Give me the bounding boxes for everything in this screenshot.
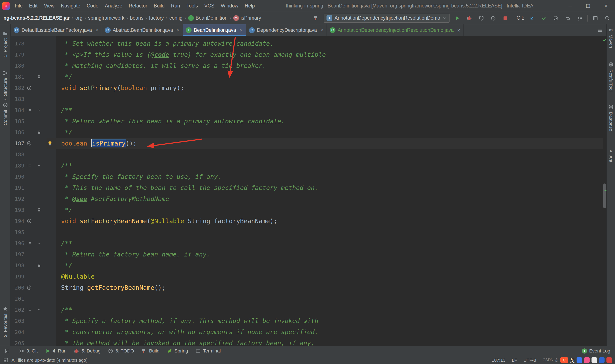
code-line-185[interactable]: 185 * Return whether this bean is a prim… (11, 116, 603, 127)
code-line-194[interactable]: 194void setFactoryBeanName(@Nullable Str… (11, 216, 603, 227)
menu-tools[interactable]: Tools (183, 0, 201, 12)
run-button[interactable] (453, 14, 462, 22)
breadcrumb-ng-beans-5-2-2-release-jar[interactable]: ng-beans-5.2.2.RELEASE.jar (3, 15, 70, 21)
tool-button-ant[interactable]: AAnt (607, 149, 615, 162)
code-line-187[interactable]: 187boolean isPrimary(); (11, 138, 603, 149)
run-config-select[interactable]: AAnnotationDependencyInjectionResolution… (324, 14, 450, 23)
tab-beandefinition-java[interactable]: IBeanDefinition.java× (183, 24, 246, 36)
debug-button[interactable] (465, 14, 474, 22)
toolwindow-button-spring[interactable]: Spring (167, 348, 188, 354)
breadcrumb-beans[interactable]: beans (130, 15, 144, 21)
code-line-205[interactable]: 205 * The method will be invoked on the … (11, 338, 603, 346)
tool-windows-button[interactable] (3, 347, 12, 355)
close-tab-icon[interactable]: × (176, 27, 180, 33)
tool-button-1-project[interactable]: 1: Project (0, 31, 11, 57)
toolwindow-button-build[interactable]: Build (141, 348, 160, 354)
code-line-188[interactable]: 188 (11, 149, 603, 160)
code-line-184[interactable]: 184/** (11, 104, 603, 116)
code-line-178[interactable]: 178 * Set whether this bean is a primary… (11, 38, 603, 49)
code-line-183[interactable]: 183 (11, 93, 603, 104)
breadcrumb-isprimary[interactable]: misPrimary (233, 15, 261, 21)
code-line-196[interactable]: 196/** (11, 238, 603, 249)
tab-defaultlistablebeanfactory-java[interactable]: CDefaultListableBeanFactory.java× (11, 24, 102, 36)
code-line-203[interactable]: 203 * Specify a factory method, if any. … (11, 315, 603, 326)
tool-button-database[interactable]: Database (607, 104, 615, 131)
branches-button[interactable] (575, 14, 584, 22)
stop-button[interactable] (501, 14, 509, 22)
toolwindow-button-event-log[interactable]: 1Event Log (582, 348, 610, 354)
toolwindow-button-terminal[interactable]: Terminal (195, 348, 221, 354)
menu-edit[interactable]: Edit (26, 0, 41, 12)
code-line-192[interactable]: 192 * @see #setFactoryMethodName (11, 193, 603, 204)
menu-run[interactable]: Run (168, 0, 183, 12)
close-tab-icon[interactable]: × (320, 27, 323, 33)
menu-build[interactable]: Build (150, 0, 168, 12)
code-line-200[interactable]: 200String getFactoryBeanName(); (11, 282, 603, 293)
encoding-widget[interactable]: UTF-8 (523, 358, 536, 363)
code-line-181[interactable]: 181 */ (11, 71, 603, 82)
tool-button-maven[interactable]: mMaven (607, 27, 615, 48)
menu-refactor[interactable]: Refactor (126, 0, 150, 12)
history-button[interactable] (552, 14, 560, 22)
update-project-button[interactable] (528, 14, 536, 22)
close-tab-icon[interactable]: × (95, 27, 98, 33)
breadcrumb-beandefinition[interactable]: IBeanDefinition (188, 15, 228, 21)
caret-position-widget[interactable]: 187:13 (492, 358, 505, 363)
toolwindow-button-9-git[interactable]: 9: Git (19, 348, 38, 354)
toolwindow-button-4-run[interactable]: 4: Run (45, 348, 67, 354)
menu-code[interactable]: Code (83, 0, 102, 12)
search-everywhere-button[interactable] (603, 14, 612, 22)
code-line-202[interactable]: 202/** (11, 304, 603, 315)
menu-window[interactable]: Window (218, 0, 241, 12)
code-line-193[interactable]: 193 */ (11, 204, 603, 216)
menu-vcs[interactable]: VCS (201, 0, 218, 12)
code-line-198[interactable]: 198 */ (11, 260, 603, 271)
scrollbar-thumb[interactable] (603, 183, 606, 208)
tab-list-button[interactable] (596, 26, 604, 35)
tool-button-7-structure[interactable]: 7: Structure (0, 70, 11, 101)
build-project-button[interactable] (312, 14, 320, 22)
line-ending-widget[interactable]: LF (512, 358, 517, 363)
close-tab-icon[interactable]: × (240, 27, 243, 33)
minimize-button[interactable]: – (561, 0, 579, 12)
close-tab-icon[interactable]: × (457, 27, 460, 33)
menu-navigate[interactable]: Navigate (58, 0, 83, 12)
close-button[interactable]: × (597, 0, 615, 12)
tool-button-commit[interactable]: Commit (0, 102, 11, 125)
code-line-195[interactable]: 195 (11, 227, 603, 238)
tab-annotationdependencyinjectionresolutiondemo-java[interactable]: CAnnotationDependencyInjectionResolution… (327, 24, 464, 36)
rollback-button[interactable] (563, 14, 572, 22)
menu-view[interactable]: View (41, 0, 58, 12)
code-line-186[interactable]: 186 */ (11, 127, 603, 138)
breadcrumb-config[interactable]: config (169, 15, 182, 21)
commit-button[interactable] (540, 14, 548, 22)
run-with-coverage-button[interactable] (477, 14, 486, 22)
maximize-button[interactable]: □ (579, 0, 597, 12)
editor[interactable]: 178 * Set whether this bean is a primary… (11, 36, 606, 346)
breadcrumb-factory[interactable]: factory (149, 15, 164, 21)
code-line-199[interactable]: 199@Nullable (11, 271, 603, 282)
code-line-189[interactable]: 189/** (11, 160, 603, 171)
menu-file[interactable]: File (12, 0, 26, 12)
toolwindow-button-6-todo[interactable]: 6: TODO (108, 348, 134, 354)
breadcrumb-springframework[interactable]: springframework (88, 15, 124, 21)
code-line-182[interactable]: 182void setPrimary(boolean primary); (11, 82, 603, 93)
tab-abstractbeandefinition-java[interactable]: CAbstractBeanDefinition.java× (102, 24, 183, 36)
editor-scrollbar[interactable] (603, 36, 606, 346)
restore-layout-button[interactable] (591, 14, 600, 22)
tab-dependencydescriptor-java[interactable]: CDependencyDescriptor.java× (246, 24, 327, 36)
code-line-197[interactable]: 197 * Return the factory bean name, if a… (11, 249, 603, 260)
code-line-204[interactable]: 204 * constructor arguments, or with no … (11, 326, 603, 338)
code-line-191[interactable]: 191 * This the name of the bean to call … (11, 182, 603, 193)
tool-button-restfultool[interactable]: RestfulTool (607, 62, 615, 91)
menu-analyze[interactable]: Analyze (102, 0, 126, 12)
code-line-180[interactable]: 180 * matching candidates, it will serve… (11, 60, 603, 71)
code-line-201[interactable]: 201 (11, 293, 603, 304)
code-line-190[interactable]: 190 * Specify the factory bean to use, i… (11, 171, 603, 182)
profiler-button[interactable] (489, 14, 497, 22)
tool-button-2-favorites[interactable]: 2: Favorites (0, 306, 11, 337)
toolwindow-button-5-debug[interactable]: 5: Debug (74, 348, 100, 354)
breadcrumb-org[interactable]: org (75, 15, 82, 21)
menu-help[interactable]: Help (241, 0, 258, 12)
tool-windows-icon[interactable] (3, 357, 9, 363)
